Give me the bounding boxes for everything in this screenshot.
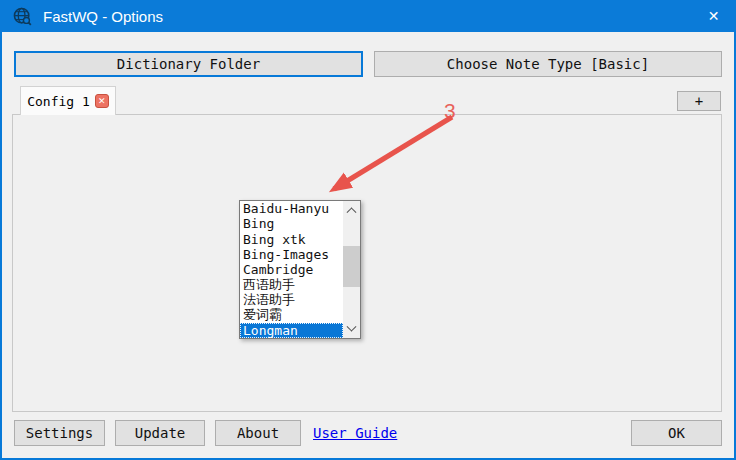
tab-config1[interactable]: Config 1 ✕	[20, 86, 116, 115]
scroll-thumb[interactable]	[343, 246, 360, 287]
scroll-up-icon[interactable]	[343, 201, 360, 218]
app-globe-icon	[12, 6, 33, 27]
title-bar: FastWQ - Options ✕	[0, 0, 736, 32]
close-button[interactable]: ✕	[691, 0, 736, 31]
ok-button[interactable]: OK	[631, 420, 722, 446]
options-dialog: FastWQ - Options ✕ Dictionary Folder Cho…	[0, 0, 736, 460]
config-panel	[12, 114, 722, 412]
tab-close-icon[interactable]: ✕	[95, 94, 109, 108]
dropdown-item[interactable]: 西语助手	[240, 277, 343, 292]
dropdown-item[interactable]: Baidu-Hanyu	[240, 201, 343, 216]
dropdown-item[interactable]: Bing xtk	[240, 231, 343, 246]
user-guide-link[interactable]: User Guide	[313, 425, 397, 441]
scroll-down-icon[interactable]	[343, 321, 360, 338]
dictionary-folder-button[interactable]: Dictionary Folder	[14, 51, 363, 77]
annotation-number: 3	[444, 99, 456, 123]
dropdown-scrollbar[interactable]	[343, 201, 360, 338]
dropdown-item[interactable]: 法语助手	[240, 292, 343, 307]
update-button[interactable]: Update	[115, 420, 205, 446]
dropdown-item[interactable]: 爱词霸	[240, 308, 343, 323]
dropdown-item[interactable]: Bing	[240, 216, 343, 231]
dropdown-item[interactable]: Cambridge	[240, 262, 343, 277]
tab-label: Config 1	[27, 94, 90, 109]
settings-button[interactable]: Settings	[14, 420, 105, 446]
choose-note-type-button[interactable]: Choose Note Type [Basic]	[374, 51, 722, 77]
about-button[interactable]: About	[215, 420, 301, 446]
window-title: FastWQ - Options	[43, 8, 163, 25]
dropdown-items: Baidu-HanyuBingBing xtkBing-ImagesCambri…	[240, 201, 343, 338]
dropdown-item[interactable]: Longman	[240, 323, 343, 338]
dictionary-dropdown-list: Baidu-HanyuBingBing xtkBing-ImagesCambri…	[239, 200, 361, 339]
add-tab-button[interactable]: +	[677, 91, 721, 111]
dropdown-item[interactable]: Bing-Images	[240, 247, 343, 262]
